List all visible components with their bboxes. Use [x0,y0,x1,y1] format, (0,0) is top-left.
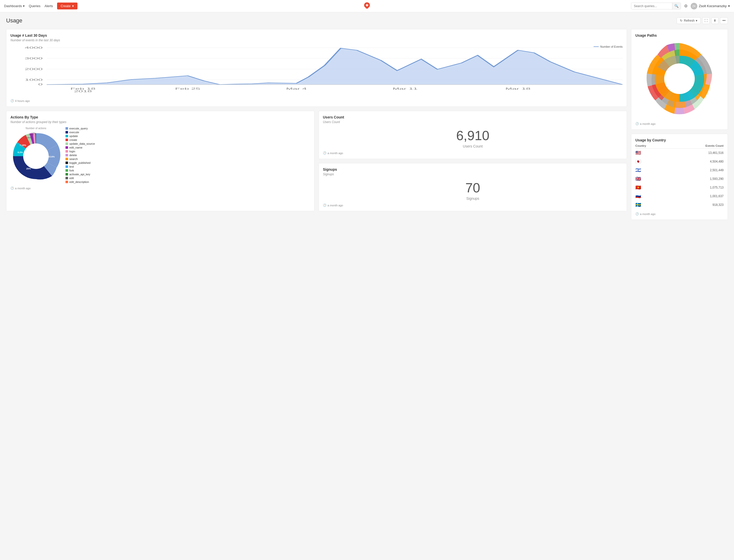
country-col-header: Country [635,143,668,149]
actions-chart-card: Actions By Type Number of actions groupe… [6,111,314,211]
svg-text:Mar 18: Mar 18 [505,87,530,90]
chart-legend: Number of Events [594,45,623,48]
nav-dashboards[interactable]: Dashboards ▾ [4,4,25,8]
table-row: 🇻🇳 1,075,713 [635,183,724,192]
legend-item-delete: delete [65,154,310,157]
settings-icon[interactable]: ⚙ [684,4,688,8]
legend-dot [65,146,68,149]
legend-item-update: update [65,135,310,138]
events-count: 1,593,290 [668,175,724,183]
search-box: 🔍 [631,3,681,9]
clock-icon: 🕐 [323,204,326,207]
events-count: 2,501,449 [668,166,724,175]
svg-text:Mar 4: Mar 4 [286,87,307,90]
svg-text:4000: 4000 [25,46,43,49]
svg-text:8.2%: 8.2% [18,151,23,154]
left-column: Usage # Last 30 Days Number of events in… [6,29,627,220]
legend-dot [65,177,68,179]
country-title: Usage by Country [635,138,724,142]
nav-alerts[interactable]: Alerts [45,4,53,8]
pie-legend: execute_query execute update [65,127,310,183]
country-footer: 🕐 a month ago [635,212,724,216]
events-count: 4,504,480 [668,157,724,166]
header-right: 🔍 ⚙ ZK Zsolt Kocsmarszky ▾ [631,3,730,9]
legend-item-activate_api_key: activate_api_key [65,173,310,176]
pie-chart-wrap: Number of actions [10,127,61,182]
page-header: Usage ↻ Refresh ▾ ⛶ ⬆ ••• [6,17,728,24]
table-row: 🇯🇵 4,504,480 [635,157,724,166]
legend-dot [65,135,68,137]
svg-text:3.58%: 3.58% [25,137,31,139]
legend-item-execute: execute [65,131,310,134]
search-button[interactable]: 🔍 [672,3,681,9]
users-count-subtitle: Users Count [323,120,623,124]
signups-label: Signups [323,196,623,201]
share-button[interactable]: ⬆ [711,17,718,24]
line-chart-svg: 4000 3000 2000 1000 0 Feb 18 2018 Feb 25… [10,45,623,92]
pie-section: Number of actions [10,127,310,183]
bottom-row: Actions By Type Number of actions groupe… [6,111,627,211]
usage-paths-title: Usage Paths [635,33,724,37]
more-button[interactable]: ••• [720,17,728,24]
create-button[interactable]: Create ▾ [57,3,77,9]
table-row: 🇷🇺 1,001,637 [635,192,724,201]
svg-text:Mar 11: Mar 11 [393,87,418,90]
right-column: Usage Paths [631,29,728,220]
chevron-down-icon: ▾ [72,4,74,8]
usage-chart-subtitle: Number of events in the last 30 days [10,38,623,42]
svg-text:2018: 2018 [74,90,92,92]
country-flag: 🇬🇧 [635,175,668,183]
refresh-chevron-icon: ▾ [696,19,697,22]
svg-text:3000: 3000 [25,57,43,60]
events-count: 918,323 [668,201,724,209]
signups-card: Signups Signups 70 Signups 🕐 a month ago [318,163,627,211]
legend-dot [65,173,68,176]
fullscreen-button[interactable]: ⛶ [702,17,710,24]
legend-dot [65,158,68,160]
legend-dot [65,162,68,164]
country-flag: 🇯🇵 [635,157,668,166]
page-title: Usage [6,17,22,24]
clock-icon: 🕐 [10,99,14,102]
main-nav: Dashboards ▾ Queries Alerts Create ▾ [4,3,77,9]
user-chevron-icon: ▾ [728,4,730,8]
chevron-down-icon: ▾ [23,4,25,8]
user-name: Zsolt Kocsmarszky [699,4,727,8]
table-row: 🇺🇸 13,461,516 [635,149,724,157]
legend-item-edit: edit [65,177,310,180]
usage-chart-title: Usage # Last 30 Days [10,33,623,37]
refresh-button[interactable]: ↻ Refresh ▾ [677,17,701,24]
app-header: Dashboards ▾ Queries Alerts Create ▾ 🔍 ⚙ [0,0,734,12]
dashboard-grid: Usage # Last 30 Days Number of events in… [6,29,728,220]
clock-icon: 🕐 [635,122,639,125]
svg-text:25%: 25% [26,167,31,170]
svg-text:2000: 2000 [25,68,43,71]
page-actions: ↻ Refresh ▾ ⛶ ⬆ ••• [677,17,728,24]
svg-text:7.18%: 7.18% [20,144,26,146]
svg-text:2.8%: 2.8% [31,132,35,134]
legend-dot [65,150,68,153]
legend-line [594,46,599,47]
users-count-card: Users Count Users Count 6,910 Users Coun… [318,111,627,159]
country-flag: 🇻🇳 [635,183,668,192]
usage-chart-footer: 🕐 4 hours ago [10,99,623,102]
legend-item-test: test [65,165,310,168]
page-content: Usage ↻ Refresh ▾ ⛶ ⬆ ••• Usage # Last 3… [0,12,734,560]
usage-chart-card: Usage # Last 30 Days Number of events in… [6,29,627,107]
pie-chart-label: Number of actions [10,127,61,130]
clock-icon: 🕐 [323,151,326,155]
country-table: Country Events Count 🇺🇸 13,461,516 🇯🇵 4,… [635,143,724,209]
svg-point-30 [664,63,695,94]
sunburst-svg [641,41,718,117]
table-row: 🇮🇱 2,501,449 [635,166,724,175]
legend-item-login: login [65,150,310,153]
legend-dot [65,169,68,172]
users-count-label: Users Count [323,144,623,148]
events-count: 1,075,713 [668,183,724,192]
signups-title: Signups [323,167,623,171]
user-menu[interactable]: ZK Zsolt Kocsmarszky ▾ [691,3,730,9]
table-row: 🇸🇪 918,323 [635,201,724,209]
counters-column: Users Count Users Count 6,910 Users Coun… [318,111,627,211]
nav-queries[interactable]: Queries [29,4,41,8]
search-input[interactable] [631,3,672,9]
